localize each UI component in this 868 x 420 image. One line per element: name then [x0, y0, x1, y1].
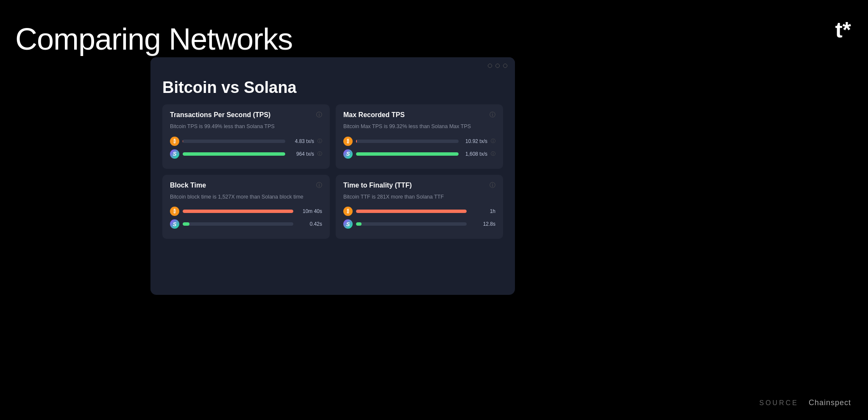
btc-ttf-row: ₿ 1h — [343, 207, 495, 216]
source-label: SOURCE Chainspect — [759, 398, 851, 407]
window-dot-3 — [503, 64, 507, 68]
solana-icon-max-tps: S — [343, 149, 353, 159]
solana-icon-block: S — [170, 219, 179, 229]
sol-block-row: S 0.42s — [170, 219, 322, 229]
card-ttf-header: Time to Finality (TTF) ⓘ — [343, 182, 495, 189]
btc-ttf-value: 1h — [470, 208, 495, 214]
btc-block-bar — [183, 210, 293, 213]
sol-tps-bar — [183, 152, 285, 156]
btc-max-tps-bar-container — [356, 140, 459, 143]
card-tps-description: Bitcoin TPS is 99.49% less than Solana T… — [170, 123, 322, 131]
btc-max-tps-bar — [356, 140, 357, 143]
card-max-tps: Max Recorded TPS ⓘ Bitcoin Max TPS is 99… — [336, 104, 503, 169]
solana-icon-tps: S — [170, 149, 179, 159]
btc-tps-info: ⓘ — [317, 138, 322, 144]
window-content: Bitcoin vs Solana Transactions Per Secon… — [150, 74, 515, 247]
card-ttf-description: Bitcoin TTF is 281X more than Solana TTF — [343, 193, 495, 201]
page-title: Comparing Networks — [15, 22, 292, 56]
card-ttf-title: Time to Finality (TTF) — [343, 182, 412, 189]
sol-ttf-value: 12.8s — [470, 221, 495, 227]
solana-icon-ttf: S — [343, 219, 353, 229]
card-ttf-info-icon[interactable]: ⓘ — [490, 182, 495, 189]
bitcoin-icon-max-tps: ₿ — [343, 137, 353, 146]
card-block-time: Block Time ⓘ Bitcoin block time is 1,527… — [162, 175, 330, 239]
window-titlebar — [150, 57, 515, 74]
window-dot-2 — [495, 64, 500, 68]
card-block-time-title: Block Time — [170, 182, 206, 189]
logo: t* — [835, 17, 851, 42]
card-tps-header: Transactions Per Second (TPS) ⓘ — [170, 111, 322, 119]
sol-max-tps-row: S 1,608 tx/s ⓘ — [343, 149, 495, 159]
dashboard-window: Bitcoin vs Solana Transactions Per Secon… — [150, 57, 515, 295]
bitcoin-icon-block: ₿ — [170, 207, 179, 216]
bitcoin-icon-tps: ₿ — [170, 137, 179, 146]
sol-max-tps-info: ⓘ — [491, 151, 495, 157]
btc-max-tps-row: ₿ 10.92 tx/s ⓘ — [343, 137, 495, 146]
sol-max-tps-bar — [356, 152, 459, 156]
source-name: Chainspect — [809, 398, 851, 407]
sol-ttf-bar — [356, 222, 362, 226]
btc-ttf-bar-container — [356, 210, 467, 213]
cards-grid: Transactions Per Second (TPS) ⓘ Bitcoin … — [162, 104, 503, 239]
btc-block-bar-container — [183, 210, 293, 213]
comparison-title: Bitcoin vs Solana — [162, 78, 503, 97]
sol-tps-bar-container — [183, 152, 285, 156]
sol-tps-info: ⓘ — [317, 151, 322, 157]
sol-max-tps-value: 1,608 tx/s — [462, 151, 487, 157]
sol-tps-value: 964 tx/s — [289, 151, 314, 157]
bitcoin-icon-ttf: ₿ — [343, 207, 353, 216]
btc-ttf-bar — [356, 210, 467, 213]
btc-tps-value: 4.83 tx/s — [289, 138, 314, 144]
btc-block-value: 10m 40s — [297, 208, 322, 214]
card-tps: Transactions Per Second (TPS) ⓘ Bitcoin … — [162, 104, 330, 169]
card-block-time-info-icon[interactable]: ⓘ — [316, 182, 322, 189]
sol-block-bar-container — [183, 222, 293, 226]
btc-tps-bar-container — [183, 140, 285, 143]
btc-block-row: ₿ 10m 40s — [170, 207, 322, 216]
window-dot-1 — [488, 64, 492, 68]
source-word: SOURCE — [759, 399, 798, 406]
card-tps-title: Transactions Per Second (TPS) — [170, 111, 270, 119]
card-max-tps-description: Bitcoin Max TPS is 99.32% less than Sola… — [343, 123, 495, 131]
btc-tps-bar — [183, 140, 183, 143]
card-max-tps-header: Max Recorded TPS ⓘ — [343, 111, 495, 119]
sol-max-tps-bar-container — [356, 152, 459, 156]
btc-max-tps-info: ⓘ — [491, 138, 495, 144]
sol-tps-row: S 964 tx/s ⓘ — [170, 149, 322, 159]
card-max-tps-title: Max Recorded TPS — [343, 111, 405, 119]
card-tps-info-icon[interactable]: ⓘ — [316, 111, 322, 119]
card-block-time-description: Bitcoin block time is 1,527X more than S… — [170, 193, 322, 201]
btc-max-tps-value: 10.92 tx/s — [462, 138, 487, 144]
btc-tps-row: ₿ 4.83 tx/s ⓘ — [170, 137, 322, 146]
card-max-tps-info-icon[interactable]: ⓘ — [490, 111, 495, 119]
sol-block-bar — [183, 222, 189, 226]
card-ttf: Time to Finality (TTF) ⓘ Bitcoin TTF is … — [336, 175, 503, 239]
sol-block-value: 0.42s — [297, 221, 322, 227]
card-block-time-header: Block Time ⓘ — [170, 182, 322, 189]
sol-ttf-row: S 12.8s — [343, 219, 495, 229]
sol-ttf-bar-container — [356, 222, 467, 226]
